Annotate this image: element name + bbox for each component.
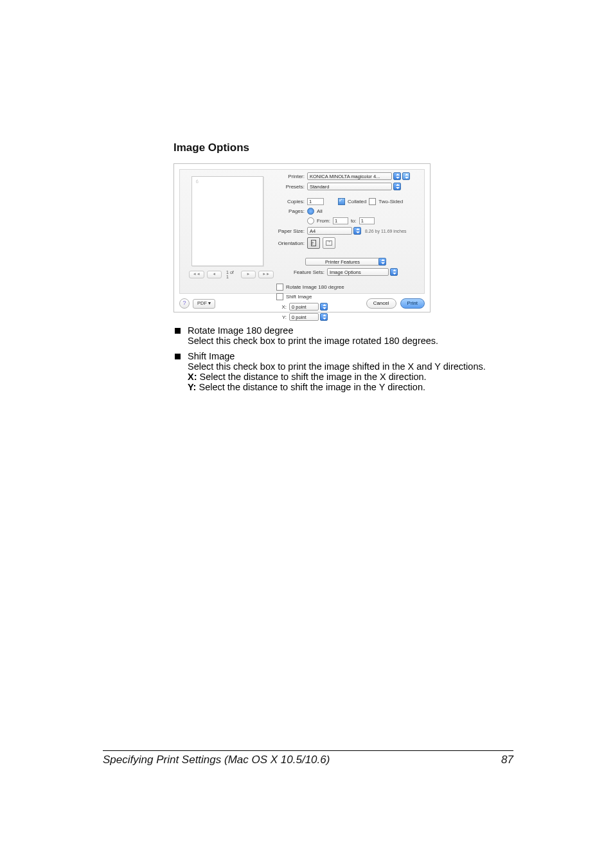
chevron-updown-icon[interactable] <box>393 183 401 190</box>
paper-size-select[interactable]: A4 <box>307 227 352 235</box>
presets-label: Presets: <box>271 184 305 190</box>
pages-label: Pages: <box>271 208 305 214</box>
cancel-button[interactable]: Cancel <box>366 298 396 309</box>
copies-field[interactable]: 1 <box>307 198 324 205</box>
collated-checkbox[interactable] <box>338 198 345 205</box>
last-page-button[interactable]: ►► <box>258 271 274 278</box>
svg-rect-1 <box>326 241 332 246</box>
dialog-footer: ? PDF ▾ Cancel Print <box>179 298 425 309</box>
chevron-updown-icon[interactable] <box>390 268 398 276</box>
y-label: Y: <box>280 314 287 320</box>
pages-all-label: All <box>317 208 323 214</box>
rotate-item-title: Rotate Image 180 degree <box>188 325 293 336</box>
presets-select[interactable]: Standard <box>307 183 392 190</box>
copies-label: Copies: <box>271 199 305 204</box>
printer-select[interactable]: KONICA MINOLTA magicolor 4... <box>307 172 392 180</box>
section-title: Image Options <box>173 141 513 154</box>
dialog-inner: ⎙ ◄◄ ◄ 1 of 1 ► ►► Printer: KONICA MINOL… <box>179 169 425 294</box>
shift-item-title: Shift Image <box>188 351 235 361</box>
shift-item-desc: Select this check box to print the image… <box>188 361 486 372</box>
x-bold: X: <box>188 372 197 382</box>
printer-label: Printer: <box>271 174 305 179</box>
chevron-updown-icon[interactable] <box>353 227 361 235</box>
shift-x-desc: Select the distance to shift the image i… <box>200 372 427 382</box>
body-text: Rotate Image 180 degree Select this chec… <box>173 325 513 392</box>
page-footer: Specifying Print Settings (Mac OS X 10.5… <box>103 750 513 766</box>
paper-size-label: Paper Size: <box>271 228 305 234</box>
chevron-updown-icon[interactable] <box>393 172 401 180</box>
settings-pane: Printer: KONICA MINOLTA magicolor 4... P… <box>271 170 424 293</box>
orientation-portrait-button[interactable] <box>307 237 320 249</box>
page-count-label: 1 of 1 <box>224 270 238 279</box>
two-sided-checkbox[interactable] <box>369 198 376 205</box>
rotate-checkbox[interactable] <box>276 284 283 291</box>
orientation-landscape-button[interactable] <box>323 237 335 249</box>
next-page-button[interactable]: ► <box>241 271 256 278</box>
preview-nav: ◄◄ ◄ 1 of 1 ► ►► <box>189 270 274 279</box>
pages-to-field[interactable]: 1 <box>359 217 375 224</box>
shift-y-desc: Select the distance to shift the image i… <box>199 382 425 392</box>
chevron-updown-icon[interactable] <box>378 258 386 266</box>
pages-from-field[interactable]: 1 <box>333 217 348 224</box>
first-page-button[interactable]: ◄◄ <box>189 271 204 278</box>
paper-size-dims: 8.26 by 11.69 inches <box>365 229 407 233</box>
y-select[interactable]: 0 point <box>289 313 319 321</box>
help-button[interactable]: ? <box>179 298 190 309</box>
preview-pane: ⎙ ◄◄ ◄ 1 of 1 ► ►► <box>180 170 271 293</box>
preview-mark: ⎙ <box>196 179 199 183</box>
pages-from-label: From: <box>317 218 330 224</box>
orientation-label: Orientation: <box>271 240 305 246</box>
feature-sets-select[interactable]: Image Options <box>327 268 389 276</box>
print-button[interactable]: Print <box>400 298 425 309</box>
preview-thumb: ⎙ <box>191 176 263 266</box>
panel-select[interactable]: Printer Features <box>305 258 380 266</box>
printer-status-icon[interactable] <box>402 172 410 180</box>
chevron-updown-icon[interactable] <box>320 313 328 321</box>
rotate-item-desc: Select this check box to print the image… <box>188 336 438 346</box>
feature-sets-label: Feature Sets: <box>294 269 324 275</box>
pages-range-radio[interactable] <box>307 217 314 224</box>
pages-to-label: to: <box>351 218 357 224</box>
pages-all-radio[interactable] <box>307 208 314 215</box>
rotate-label: Rotate Image 180 degree <box>286 284 344 290</box>
two-sided-label: Two-Sided <box>378 199 403 204</box>
print-dialog: ⎙ ◄◄ ◄ 1 of 1 ► ►► Printer: KONICA MINOL… <box>173 163 431 312</box>
footer-page: 87 <box>501 754 513 766</box>
collated-label: Collated <box>348 199 366 204</box>
y-bold: Y: <box>188 382 196 392</box>
footer-title: Specifying Print Settings (Mac OS X 10.5… <box>103 754 330 766</box>
prev-page-button[interactable]: ◄ <box>207 271 222 278</box>
pdf-button[interactable]: PDF ▾ <box>193 299 215 309</box>
